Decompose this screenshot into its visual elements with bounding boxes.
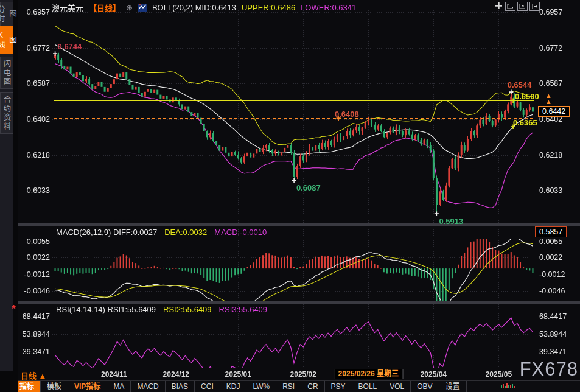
x-axis-label: 2025/02: [285, 370, 321, 379]
macd-header: MACD(26,12,9) DIFF:0.0027 DEA:0.0032 MAC…: [56, 228, 267, 237]
axis-tick-right: 0.6772: [539, 44, 562, 52]
axis-tick-left: 68.4417: [19, 312, 50, 321]
macd-scale-tag: 0.5857: [535, 226, 567, 237]
mini-candlestick-preview: [501, 383, 515, 388]
toolbar-item-BOLL[interactable]: BOLL: [352, 381, 384, 392]
price-line-handle[interactable]: +: [511, 122, 515, 131]
axis-tick-left: 0.0022: [19, 253, 50, 262]
axis-tick-left: 0.6587: [19, 79, 50, 88]
axis-tick-right: 39.3471: [539, 348, 567, 356]
sidebar-tab-4[interactable]: 合约资料: [0, 92, 13, 134]
axis-tick-right: 68.4417: [539, 312, 567, 321]
axis-tick-left: 0.6957: [19, 8, 50, 16]
axis-tick-right: 0.6957: [539, 8, 562, 16]
goto-latest-icon[interactable]: [529, 2, 540, 11]
boll-lower-value: LOWER:0.6341: [301, 3, 356, 12]
axis-tick-right: 0.6587: [539, 79, 562, 88]
chart-type-icon[interactable]: [138, 4, 147, 12]
indicator-toolbar: 指标模板VIP指标MAMACDBIASCCIKDJLW%RSICRPSYBOLL…: [0, 380, 580, 392]
toolbar-item-模板[interactable]: 模板: [41, 381, 68, 392]
swing-marker-cross: +: [292, 175, 296, 185]
price-annotation: 0.6087: [296, 183, 321, 192]
pane-divider-macd[interactable]: [18, 223, 580, 226]
axis-tick-right: -0.0046: [539, 287, 565, 295]
axis-tick-left: -0.0046: [19, 287, 50, 295]
toolbar-item-LW%[interactable]: LW%: [246, 381, 276, 392]
toolbar-item-CR[interactable]: CR: [301, 381, 324, 392]
boll-value: BOLL(20,2) MID:0.6413: [152, 3, 236, 12]
x-axis-label: 2025/05: [480, 370, 517, 379]
axis-tick-left: 0.0055: [19, 237, 50, 246]
boll-upper-value: UPPER:0.6486: [242, 3, 295, 12]
axis-tick-left: 0.6218: [19, 151, 50, 159]
rsi3-value: RSI3:55.6409: [219, 305, 268, 314]
toolbar-item-OBV[interactable]: OBV: [411, 381, 439, 392]
price-annotation: 0.6744: [58, 42, 82, 51]
swing-marker-cross: +: [52, 48, 57, 58]
axis-tick-right: 0.6033: [539, 186, 562, 195]
rsi2-value: RSI2:55.6409: [163, 305, 212, 314]
toolbar-item-MA[interactable]: MA: [107, 381, 131, 392]
sidebar-tab-column: [0, 0, 13, 371]
crosshair-date-box: 2025/02/26 星期三: [334, 369, 403, 379]
axis-tick-left: 0.6402: [19, 115, 50, 124]
axis-tick-left: 39.3471: [19, 348, 50, 356]
pane-divider-rsi[interactable]: [18, 301, 580, 304]
x-axis-label: 2025/01: [220, 370, 256, 379]
toolbar-item-MACD[interactable]: MACD: [131, 381, 165, 392]
price-annotation: 0.5913: [439, 217, 463, 226]
axis-tick-right: 53.8944: [539, 330, 567, 338]
expand-icon[interactable]: ⊕: [126, 3, 133, 12]
toolbar-item-RSI[interactable]: RSI: [276, 381, 301, 392]
price-line-label: 0.6365: [513, 118, 537, 127]
brand-watermark: FX678: [520, 359, 578, 380]
macd-diff-value: MACD(26,12,9) DIFF:0.0027: [56, 228, 157, 237]
move-crosshair-icon[interactable]: [494, 2, 503, 10]
rsi1-value: RSI(14,14,14) RSI1:55.6409: [56, 305, 156, 314]
scale-axis-left-icon[interactable]: [505, 2, 515, 11]
axis-tick-left: 0.6772: [19, 44, 50, 52]
price-chart-canvas[interactable]: [0, 0, 580, 392]
period-selector[interactable]: 日线 ▲: [21, 369, 46, 381]
axis-tick-right: 0.6218: [539, 151, 562, 159]
axis-tick-right: 0.0055: [539, 237, 562, 246]
x-axis-label: 2025/04: [415, 370, 452, 379]
price-annotation: 0.6544: [508, 80, 532, 89]
x-axis-label: 2024/11: [96, 370, 132, 379]
left-sidebar: 分时图K线图闪电图合约资料: [0, 0, 18, 392]
scale-axis-right-icon[interactable]: [517, 2, 528, 11]
indicator-marker-icon[interactable]: *: [12, 303, 16, 315]
toolbar-item-BIAS[interactable]: BIAS: [166, 381, 195, 392]
trading-terminal: { "window": {"watermark": "FX678"}, "sid…: [0, 0, 580, 392]
macd-dea-value: DEA:0.0032: [164, 228, 207, 237]
axis-tick-left: -0.0012: [19, 270, 50, 279]
price-line-label: 0.6500: [515, 92, 539, 101]
price-line-handle[interactable]: +: [511, 96, 515, 105]
toolbar-item-设置[interactable]: 设置: [439, 381, 467, 392]
axis-tick-right: -0.0012: [539, 270, 565, 279]
swing-marker-cross: +: [434, 209, 439, 219]
toolbar-item-PSY[interactable]: PSY: [325, 381, 352, 392]
sidebar-tab-2[interactable]: K线图: [0, 26, 13, 54]
toolbar-item-VOL[interactable]: VOL: [383, 381, 411, 392]
macd-hist-value: MACD:-0.0010: [214, 228, 267, 237]
sidebar-tab-3[interactable]: 闪电图: [0, 57, 13, 89]
axis-tick-left: 0.6033: [19, 186, 50, 195]
toolbar-item-CCI[interactable]: CCI: [195, 381, 220, 392]
axis-tick-left: 53.8944: [19, 330, 50, 338]
chart-toolbar-icons: [494, 2, 540, 11]
period-tag[interactable]: 【日线】: [89, 2, 121, 13]
chart-header: 澳元美元 【日线】 ⊕ BOLL(20,2) MID:0.6413 UPPER:…: [52, 2, 356, 13]
sidebar-tab-1[interactable]: 分时图: [0, 2, 13, 26]
price-up-arrow-icon[interactable]: ▲▲: [545, 93, 552, 105]
rsi-header: RSI(14,14,14) RSI1:55.6409 RSI2:55.6409 …: [56, 305, 267, 314]
axis-tick-right: 0.0022: [539, 253, 562, 262]
current-price-tag: 0.6442: [538, 106, 570, 117]
toolbar-item-VIP指标[interactable]: VIP指标: [68, 381, 107, 392]
toolbar-item-KDJ[interactable]: KDJ: [220, 381, 247, 392]
price-line-handle[interactable]: +: [336, 113, 341, 123]
symbol-name: 澳元美元: [52, 2, 83, 13]
x-axis-label: 2024/12: [158, 370, 194, 379]
